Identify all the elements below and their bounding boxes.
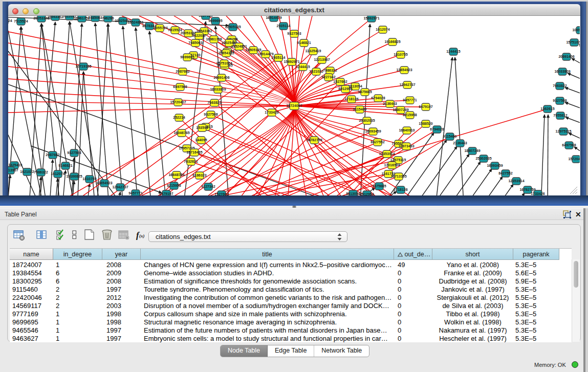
svg-text:7515524: 7515524 [14,19,28,23]
svg-text:2935114: 2935114 [272,56,286,59]
svg-text:8878342: 8878342 [142,24,156,28]
svg-text:1612074: 1612074 [51,172,64,176]
svg-text:1733426: 1733426 [265,111,278,114]
svg-text:12505135: 12505135 [225,25,241,29]
svg-text:12942737: 12942737 [399,83,415,86]
svg-text:10654122: 10654122 [218,51,234,55]
svg-text:12975115: 12975115 [556,129,572,133]
svg-text:16093459: 16093459 [365,129,381,133]
svg-text:16961758: 16961758 [74,16,90,20]
svg-text:2087682: 2087682 [46,153,59,157]
svg-text:3267130: 3267130 [199,16,212,17]
svg-text:19166825: 19166825 [384,40,400,43]
svg-text:13654923: 13654923 [96,181,112,185]
svg-text:1244415: 1244415 [446,50,460,53]
svg-text:12353914: 12353914 [379,152,395,156]
svg-text:11325419: 11325419 [306,49,321,53]
svg-text:1810755: 1810755 [394,53,407,56]
svg-text:15751074: 15751074 [566,40,580,44]
svg-text:6479197: 6479197 [159,192,173,195]
svg-text:144095: 144095 [195,138,207,142]
svg-text:2087682: 2087682 [176,70,189,73]
svg-text:18807249: 18807249 [393,108,408,112]
svg-text:18724007: 18724007 [286,104,302,107]
svg-text:9227342: 9227342 [201,185,215,188]
svg-text:11325419: 11325419 [8,163,22,167]
svg-text:2718126: 2718126 [394,188,407,191]
svg-text:16914479: 16914479 [257,52,273,56]
svg-text:8186323: 8186323 [192,173,206,177]
svg-text:13524851: 13524851 [231,45,247,48]
svg-text:8427552: 8427552 [498,171,512,175]
svg-text:14055724: 14055724 [8,19,12,23]
svg-text:16782759: 16782759 [519,188,535,191]
svg-text:16543362: 16543362 [47,16,63,18]
svg-text:18807249: 18807249 [464,149,480,152]
svg-text:2718126: 2718126 [344,97,358,101]
svg-text:12353914: 12353914 [508,179,524,183]
svg-text:10654122: 10654122 [572,28,580,32]
svg-text:8813054: 8813054 [346,192,360,195]
svg-text:8427552: 8427552 [371,140,384,144]
svg-text:9115460: 9115460 [443,135,457,138]
svg-text:7955812: 7955812 [553,114,567,117]
svg-text:16713155: 16713155 [390,174,406,178]
svg-text:10973493: 10973493 [398,144,414,148]
svg-text:17016504: 17016504 [384,163,400,167]
svg-text:2136443: 2136443 [383,102,397,105]
svg-text:13654923: 13654923 [396,68,412,72]
svg-text:1621022: 1621022 [20,170,34,173]
svg-text:252214: 252214 [173,116,185,119]
svg-text:16648784: 16648784 [168,173,184,177]
svg-text:13524851: 13524851 [127,20,143,24]
svg-text:1527602: 1527602 [333,80,347,83]
svg-text:9115460: 9115460 [353,107,367,111]
svg-text:19166825: 19166825 [66,174,82,178]
svg-text:10719185: 10719185 [75,64,91,68]
svg-text:7663822: 7663822 [207,101,221,104]
svg-text:746266: 746266 [102,16,114,20]
svg-text:7485063: 7485063 [88,16,102,19]
svg-text:9457771: 9457771 [403,98,417,102]
svg-text:16033809: 16033809 [210,87,226,91]
svg-text:8215958: 8215958 [403,113,417,117]
svg-text:16046745: 16046745 [173,131,189,135]
svg-text:7663822: 7663822 [553,84,567,87]
svg-text:8215958: 8215958 [167,184,181,187]
svg-text:1612074: 1612074 [376,28,389,31]
svg-text:5322037: 5322037 [192,34,206,37]
svg-text:9146821: 9146821 [297,41,311,45]
svg-text:16093459: 16093459 [487,164,503,167]
svg-text:2935114: 2935114 [277,24,291,28]
svg-text:1621022: 1621022 [309,70,323,73]
svg-text:6794028: 6794028 [371,96,385,100]
svg-text:1244415: 1244415 [296,65,310,69]
svg-text:12975115: 12975115 [390,158,406,162]
svg-text:6497568: 6497568 [562,143,576,147]
svg-text:16033809: 16033809 [554,70,570,73]
svg-text:20691406: 20691406 [558,55,574,58]
svg-text:9457771: 9457771 [128,191,142,195]
svg-text:9327508: 9327508 [553,99,567,102]
svg-text:12505135: 12505135 [245,48,261,52]
svg-text:(x): (x) [139,233,145,238]
svg-text:1362615: 1362615 [540,107,554,111]
svg-text:25302035: 25302035 [359,119,375,122]
svg-text:6479197: 6479197 [419,105,432,108]
svg-text:9327508: 9327508 [204,113,217,116]
svg-text:15716485: 15716485 [186,150,202,154]
svg-text:1733426: 1733426 [531,192,545,195]
svg-text:16782759: 16782759 [306,138,322,142]
svg-text:9327503: 9327503 [287,32,301,35]
svg-text:9699695: 9699695 [208,19,222,23]
svg-text:20691406: 20691406 [213,76,229,79]
svg-text:9327503: 9327503 [67,151,81,155]
svg-text:12213967: 12213967 [8,168,18,172]
svg-text:12942737: 12942737 [112,185,128,189]
svg-text:3875685: 3875685 [358,90,372,94]
svg-text:7632621: 7632621 [184,160,198,163]
svg-text:15692971: 15692971 [284,60,299,63]
svg-text:9699695: 9699695 [180,55,194,59]
svg-text:1588520: 1588520 [419,122,432,125]
svg-text:8912954: 8912954 [338,87,352,91]
